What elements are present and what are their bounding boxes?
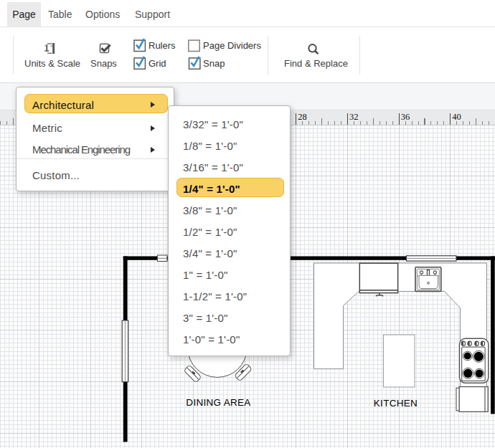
svg-text:36: 36	[401, 112, 410, 122]
svg-text:28: 28	[298, 112, 307, 122]
svg-text:KITCHEN: KITCHEN	[374, 398, 418, 409]
svg-text:40: 40	[452, 112, 461, 122]
svg-text:32: 32	[349, 112, 359, 122]
svg-text:DINING AREA: DINING AREA	[186, 397, 250, 408]
